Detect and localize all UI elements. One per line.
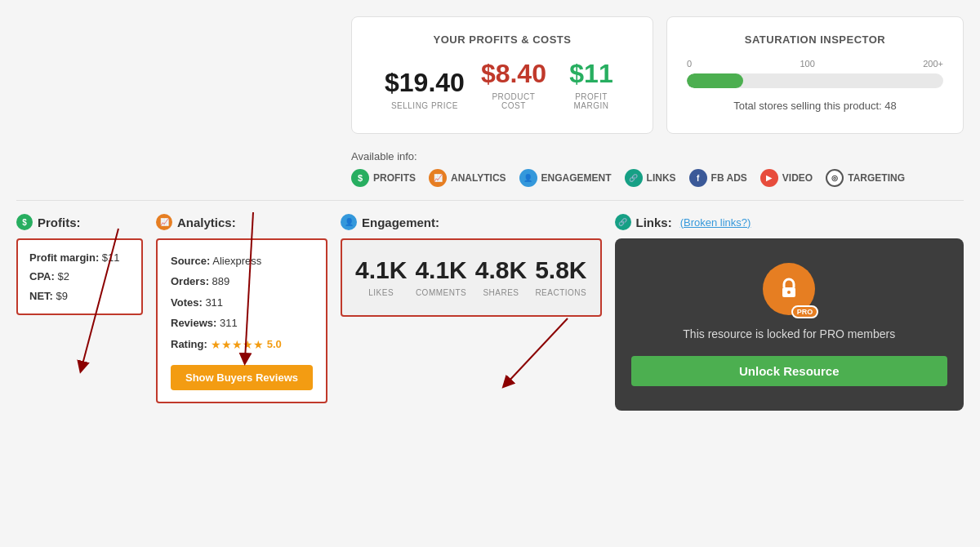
saturation-title: SATURATION INSPECTOR (687, 33, 943, 46)
section-analytics: 📈 Analytics: Source: Aliexpress Orders: … (156, 214, 327, 403)
cpa-row-value: $2 (57, 270, 69, 282)
product-cost-label: PRODUCT COST (481, 92, 546, 110)
profit-margin-row: Profit margin: $11 (29, 248, 130, 267)
scale-end: 200+ (923, 59, 943, 69)
analytics-box: Source: Aliexpress Orders: 889 Votes: 31… (156, 238, 327, 403)
rating-value: 5.0 (267, 335, 282, 354)
badge-engagement-icon: 👤 (519, 169, 537, 187)
profits-section-title: Profits: (38, 216, 81, 229)
badge-targeting-icon: ◎ (826, 169, 844, 187)
badge-links[interactable]: 🔗 LINKS (625, 169, 676, 187)
net-row-value: $9 (56, 290, 68, 302)
scale-mid: 100 (800, 59, 814, 69)
section-divider (16, 200, 964, 201)
orders-label: Orders: (171, 275, 209, 287)
reactions-label: REACTIONS (535, 288, 586, 297)
badge-analytics-label: ANALYTICS (451, 172, 506, 184)
badge-profits[interactable]: $ PROFITS (351, 169, 416, 187)
profit-margin-row-label: Profit margin: (29, 251, 99, 264)
badge-fbads[interactable]: f FB ADS (689, 169, 747, 187)
info-badges: $ PROFITS 📈 ANALYTICS 👤 ENGAGEMENT 🔗 LIN… (351, 169, 964, 187)
engagement-shares: 4.8K SHARES (475, 256, 527, 299)
reviews-label: Reviews: (171, 317, 216, 329)
engagement-section-icon: 👤 (341, 214, 357, 230)
analytics-section-header: 📈 Analytics: (156, 214, 327, 230)
source-label: Source: (171, 255, 210, 267)
engagement-box: 4.1K LIKES 4.1K COMMENTS 4.8K SHARES 5.8… (341, 238, 602, 317)
saturation-bar-fill (687, 73, 743, 88)
likes-label: LIKES (368, 288, 394, 297)
orders-row: Orders: 889 (171, 272, 313, 291)
votes-label: Votes: (171, 296, 203, 309)
unlock-resource-button[interactable]: Unlock Resource (631, 356, 948, 386)
profits-costs-card: YOUR PROFITS & COSTS $19.40 SELLING PRIC… (351, 16, 653, 134)
badge-targeting-label: TARGETING (848, 172, 905, 184)
engagement-section-header: 👤 Engagement: (341, 214, 602, 230)
product-cost-item: $8.40 PRODUCT COST (481, 59, 546, 110)
cpa-row: CPA: $2 (29, 267, 130, 286)
profits-box: Profit margin: $11 CPA: $2 NET: $9 (16, 238, 143, 315)
reviews-value: 311 (220, 317, 238, 329)
profits-section-header: $ Profits: (16, 214, 143, 230)
shares-value: 4.8K (475, 256, 527, 284)
badge-links-icon: 🔗 (625, 169, 643, 187)
analytics-section-icon: 📈 (156, 214, 172, 230)
saturation-card: SATURATION INSPECTOR 0 100 200+ Total st… (666, 16, 964, 134)
available-info-label: Available info: (351, 150, 964, 162)
saturation-bar-container (687, 73, 943, 88)
links-section-header: 🔗 Links: (Broken links?) (615, 214, 964, 230)
broken-links-link[interactable]: (Broken links?) (680, 216, 751, 229)
comments-label: COMMENTS (416, 288, 466, 297)
pro-lock-text: This resource is locked for PRO members (631, 327, 948, 343)
lock-icon-container: PRO (763, 263, 815, 315)
badge-video-label: VIDEO (782, 172, 813, 184)
cpa-row-label: CPA: (29, 270, 55, 282)
badge-engagement[interactable]: 👤 ENGAGEMENT (519, 169, 612, 187)
scale-start: 0 (687, 59, 692, 69)
orders-value: 889 (212, 275, 230, 287)
badge-video[interactable]: ▶ VIDEO (760, 169, 813, 187)
analytics-section-title: Analytics: (177, 216, 236, 229)
likes-value: 4.1K (355, 256, 407, 284)
badge-video-icon: ▶ (760, 169, 778, 187)
badge-profits-label: PROFITS (373, 172, 416, 184)
profit-margin-row-value: $11 (102, 251, 120, 264)
source-row: Source: Aliexpress (171, 251, 313, 270)
pro-badge: PRO (791, 305, 819, 318)
rating-label: Rating: (171, 335, 207, 354)
shares-label: SHARES (483, 288, 519, 297)
badge-profits-icon: $ (351, 169, 369, 187)
saturation-scale: 0 100 200+ (687, 59, 943, 69)
selling-price-value: $19.40 (385, 68, 465, 98)
badge-engagement-label: ENGAGEMENT (541, 172, 612, 184)
svg-point-1 (787, 291, 791, 294)
net-row-label: NET: (29, 290, 53, 302)
source-value: Aliexpress (212, 255, 261, 267)
profits-section-icon: $ (16, 214, 33, 230)
main-container: YOUR PROFITS & COSTS $19.40 SELLING PRIC… (0, 0, 980, 427)
section-links: 🔗 Links: (Broken links?) PRO This resour (615, 214, 964, 411)
section-engagement: 👤 Engagement: 4.1K LIKES 4.1K COMMENTS 4… (341, 214, 602, 317)
top-row: YOUR PROFITS & COSTS $19.40 SELLING PRIC… (16, 16, 964, 134)
net-row: NET: $9 (29, 287, 130, 305)
show-reviews-button[interactable]: Show Buyers Reviews (171, 365, 313, 390)
badge-analytics[interactable]: 📈 ANALYTICS (429, 169, 506, 187)
badge-fbads-label: FB ADS (711, 172, 747, 184)
profit-margin-value: $11 (563, 59, 620, 89)
reactions-value: 5.8K (535, 256, 586, 284)
selling-price-label: SELLING PRICE (385, 101, 465, 110)
votes-row: Votes: 311 (171, 293, 313, 312)
badge-targeting[interactable]: ◎ TARGETING (826, 169, 905, 187)
engagement-section-title: Engagement: (362, 216, 439, 229)
links-section-title: Links: (636, 216, 672, 229)
available-info-row: Available info: $ PROFITS 📈 ANALYTICS 👤 … (16, 150, 964, 187)
badge-analytics-icon: 📈 (429, 169, 447, 187)
selling-price-item: $19.40 SELLING PRICE (385, 68, 465, 110)
lock-icon (777, 276, 800, 302)
profit-margin-label: PROFIT MARGIN (563, 92, 620, 110)
saturation-total: Total stores selling this product: 48 (687, 100, 943, 112)
engagement-comments: 4.1K COMMENTS (415, 256, 466, 299)
profits-values: $19.40 SELLING PRICE $8.40 PRODUCT COST … (385, 59, 620, 110)
rating-stars: ★★★★★ (211, 335, 264, 355)
links-section-icon: 🔗 (615, 214, 631, 230)
